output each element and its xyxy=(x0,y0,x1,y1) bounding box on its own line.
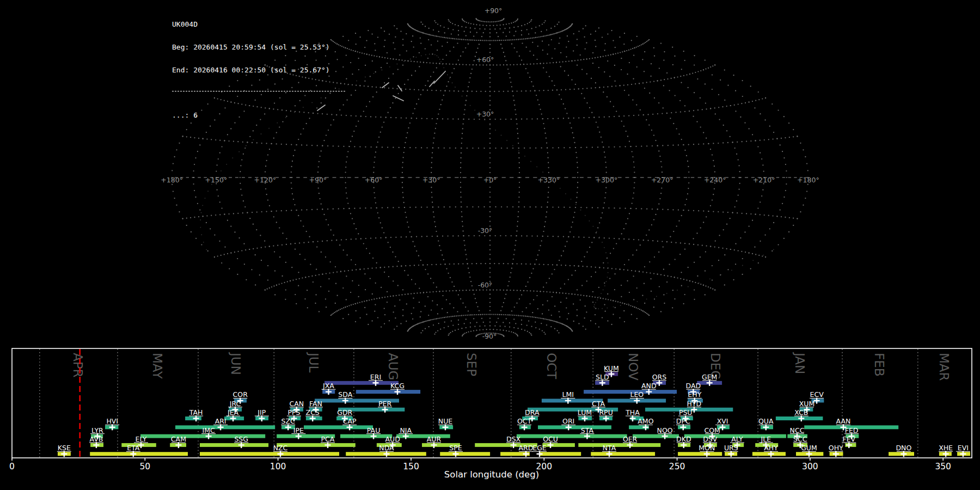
meteor-trail xyxy=(382,83,389,88)
shower-bar-MON xyxy=(678,452,722,456)
shower-label-RPU: RPU xyxy=(599,408,612,416)
shower-bar-EGE xyxy=(539,452,581,456)
header-divider xyxy=(172,91,345,91)
shower-bar-SSG xyxy=(200,443,268,447)
shower-label-SPE: SPE xyxy=(449,444,462,452)
pole-label-south: -90° xyxy=(482,332,497,340)
shower-label-MON: MON xyxy=(699,444,715,452)
shower-label-AVB: AVB xyxy=(89,435,103,443)
shower-label-OCU: OCU xyxy=(543,435,558,443)
shower-bar-ORI xyxy=(538,425,611,429)
shower-label-NDA: NDA xyxy=(379,444,394,452)
end-time: End: 20260416 00:22:50 (sol = 25.67°) xyxy=(172,66,345,74)
shower-label-COR: COR xyxy=(233,390,248,399)
month-label: OCT xyxy=(544,353,559,379)
meteor-trail xyxy=(398,85,402,91)
shower-label-PSU: PSU xyxy=(679,408,693,416)
month-label: MAR xyxy=(937,353,951,381)
observation-header: UK004D Beg: 20260415 20:59:54 (sol = 25.… xyxy=(172,5,345,134)
pole-label-north: +90° xyxy=(485,7,503,15)
shower-label-LYR: LYR xyxy=(91,426,103,434)
longitude-label: +180° xyxy=(161,176,183,184)
shower-bar-NTA xyxy=(591,452,655,456)
shower-label-CAM: CAM xyxy=(171,435,186,443)
shower-label-AUR: AUR xyxy=(427,435,442,443)
longitude-label: +90° xyxy=(309,176,327,184)
x-axis-tick-label: 0 xyxy=(9,462,15,471)
shower-label-IPE: IPE xyxy=(293,426,304,434)
longitude-label: +60° xyxy=(365,176,383,184)
shower-label-LMI: LMI xyxy=(562,390,574,399)
shower-bar-NOO xyxy=(633,434,679,438)
shower-label-KSE: KSE xyxy=(58,444,71,452)
longitude-label: +330° xyxy=(538,176,560,184)
shower-label-HYD: HYD xyxy=(687,400,702,408)
shower-label-LUM: LUM xyxy=(578,408,592,416)
meteor-trail xyxy=(434,71,445,83)
shower-label-AMO: AMO xyxy=(638,417,653,425)
month-label: JUL xyxy=(307,352,321,373)
shower-label-DKD: DKD xyxy=(676,435,691,443)
month-label: AUG xyxy=(386,353,400,380)
shower-label-SLD: SLD xyxy=(596,373,609,381)
shower-label-NOO: NOO xyxy=(657,426,673,434)
x-axis-tick-label: 100 xyxy=(270,462,286,471)
shower-label-CAN: CAN xyxy=(289,400,304,408)
shower-label-AAN: AAN xyxy=(836,417,851,425)
shower-bar-SPE xyxy=(440,452,490,456)
shower-label-ELY: ELY xyxy=(136,435,147,443)
shower-label-GDR: GDR xyxy=(337,408,352,416)
shower-label-DNO: DNO xyxy=(896,444,911,452)
x-axis-tick-label: 150 xyxy=(403,462,419,471)
shower-label-STA: STA xyxy=(581,426,594,434)
shower-label-XVI: XVI xyxy=(717,417,728,425)
x-axis-tick-label: 250 xyxy=(669,462,685,471)
begin-time: Beg: 20260415 20:59:54 (sol = 25.53°) xyxy=(172,44,345,51)
shower-label-ORI: ORI xyxy=(562,417,574,425)
shower-label-PCA: PCA xyxy=(321,435,335,443)
plot-canvas: +90°-90°+60°+30°-30°-60°+180°+150°+120°+… xyxy=(0,0,980,490)
shower-label-NTA: NTA xyxy=(603,444,616,452)
shower-label-ARI: ARI xyxy=(215,417,226,425)
x-axis-tick-label: 350 xyxy=(935,462,951,471)
shower-label-CTA: CTA xyxy=(592,400,605,408)
month-label: APR xyxy=(71,353,85,378)
latitude-label: +60° xyxy=(476,56,494,64)
shower-label-ARD: ARD xyxy=(519,444,534,452)
shower-label-DRA: DRA xyxy=(525,408,540,416)
timeline-shower-bars: KUMERISLDORSGEMJXAKCGANDDADCORSDALMILEOE… xyxy=(57,364,970,457)
shower-label-PER: PER xyxy=(378,400,391,408)
month-label: NOV xyxy=(626,353,640,381)
shower-label-OCT: OCT xyxy=(517,417,532,425)
shower-label-JLE: JLE xyxy=(761,435,771,443)
shower-bar-PAU xyxy=(340,434,392,438)
x-axis-title: Solar longitude (deg) xyxy=(444,469,539,480)
shower-label-GUM: GUM xyxy=(801,444,817,452)
latitude-label: +30° xyxy=(476,110,494,118)
shower-label-NCC: NCC xyxy=(790,426,805,434)
shower-label-PPS: PPS xyxy=(287,408,300,416)
month-label: FEB xyxy=(872,353,886,377)
shower-label-ZCS: ZCS xyxy=(306,408,320,416)
shower-label-JXA: JXA xyxy=(322,382,334,390)
shower-label-JRC: JRC xyxy=(229,400,241,408)
shower-bar-ERI xyxy=(324,381,399,385)
shower-label-FAN: FAN xyxy=(309,400,322,408)
shower-label-DSV: DSV xyxy=(703,435,718,443)
shower-label-SSG: SSG xyxy=(234,435,248,443)
station-id: UK004D xyxy=(172,21,345,28)
shower-bar-NZC xyxy=(200,452,339,456)
shower-label-XCB: XCB xyxy=(794,408,808,416)
shower-label-DPC: DPC xyxy=(676,417,690,425)
x-axis-tick-label: 300 xyxy=(802,462,818,471)
shower-bar-PCA xyxy=(277,443,356,447)
shower-label-AND: AND xyxy=(641,382,657,390)
month-label: JAN xyxy=(793,352,807,374)
meteor-trail xyxy=(393,96,403,101)
shower-label-GEM: GEM xyxy=(702,373,717,381)
shower-label-NZC: NZC xyxy=(273,444,288,452)
shower-label-SCC: SCC xyxy=(793,435,807,443)
longitude-label: +240° xyxy=(704,176,726,184)
meteor-activity-screen: +90°-90°+60°+30°-30°-60°+180°+150°+120°+… xyxy=(0,0,980,490)
shower-label-XUM: XUM xyxy=(799,400,815,408)
